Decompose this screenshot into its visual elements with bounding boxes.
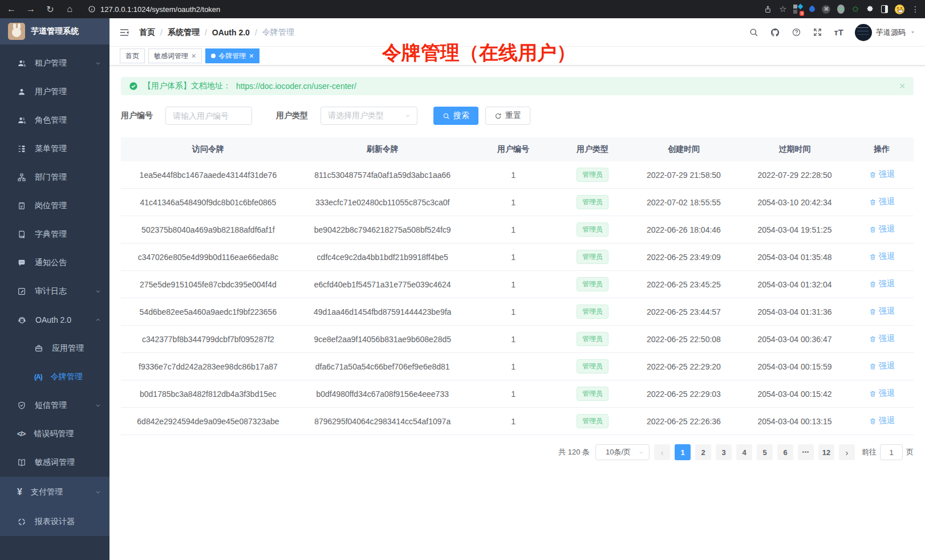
user-name: 芋道源码 (876, 27, 906, 38)
browser-forward-button[interactable]: → (25, 4, 36, 14)
sidebar-item-dept[interactable]: 部门管理 (0, 163, 109, 192)
page-button-1[interactable]: 1 (675, 444, 691, 460)
user-avatar (855, 24, 872, 41)
sidebar-item-label: 支付管理 (31, 487, 86, 497)
page-button-3[interactable]: 3 (716, 444, 732, 460)
user-id-input[interactable] (165, 107, 252, 125)
created-cell: 2022-07-29 21:58:50 (628, 171, 740, 180)
breadcrumb-home[interactable]: 首页 (139, 27, 155, 38)
force-logout-button[interactable]: 强退 (869, 279, 895, 289)
user-type-select[interactable]: 请选择用户类型 (320, 107, 417, 125)
sidebar-item-label: 角色管理 (35, 115, 102, 125)
goto-page-input[interactable] (880, 444, 903, 460)
hamburger-icon[interactable] (119, 27, 130, 38)
search-button[interactable]: 搜索 (433, 107, 478, 125)
table-row: b0d1785bc3a8482f812db4a3f3bd15ec b0df498… (121, 380, 914, 408)
page-button-12[interactable]: 12 (818, 444, 834, 460)
force-logout-button[interactable]: 强退 (869, 224, 895, 234)
share-icon[interactable] (764, 5, 772, 14)
sidebar-item-oauth-token[interactable]: (A) 令牌管理 (0, 363, 109, 391)
url-text: 127.0.0.1:1024/system/oauth2/token (100, 5, 220, 14)
sidebar-item-notice[interactable]: 通知公告 (0, 249, 109, 277)
more-pages-button[interactable]: ••• (798, 444, 814, 460)
created-cell: 2022-06-25 23:49:09 (628, 253, 740, 262)
force-logout-button[interactable]: 强退 (869, 306, 895, 316)
breadcrumb-oauth[interactable]: OAuth 2.0 (212, 28, 250, 37)
force-logout-button[interactable]: 强退 (869, 416, 895, 426)
sidebar-item-oauth-app[interactable]: 应用管理 (0, 334, 109, 363)
page-button-2[interactable]: 2 (695, 444, 711, 460)
extension-drop-icon[interactable] (808, 5, 816, 13)
browser-menu-icon[interactable]: ⋮ (911, 5, 919, 14)
sidebar-item-menu[interactable]: 菜单管理 (0, 135, 109, 163)
tag-home[interactable]: 首页 (120, 48, 145, 63)
force-logout-button[interactable]: 强退 (869, 388, 895, 399)
close-icon[interactable]: ✕ (249, 52, 254, 60)
browser-back-button[interactable]: ← (6, 4, 17, 14)
browser-reload-button[interactable]: ↻ (44, 4, 56, 15)
tag-token-active[interactable]: 令牌管理 ✕ (205, 48, 259, 63)
alert-close-icon[interactable]: ✕ (899, 82, 906, 91)
sidebar-item-pay[interactable]: ¥ 支付管理 (0, 477, 109, 508)
page-button-5[interactable]: 5 (757, 444, 773, 460)
search-icon[interactable] (749, 27, 758, 37)
extensions-puzzle-icon[interactable] (866, 5, 874, 14)
tag-sensitive-word[interactable]: 敏感词管理 ✕ (148, 48, 202, 63)
side-panel-icon[interactable] (881, 5, 888, 13)
user-type-badge: 管理员 (577, 277, 608, 291)
page-button-4[interactable]: 4 (736, 444, 752, 460)
fullscreen-icon[interactable] (813, 27, 822, 37)
browser-home-button[interactable]: ⌂ (64, 4, 75, 14)
search-button-label: 搜索 (453, 111, 469, 121)
sidebar-item-oauth[interactable]: OAuth 2.0 (0, 306, 109, 334)
chevron-down-icon (404, 112, 411, 119)
force-logout-button[interactable]: 强退 (869, 169, 895, 180)
sidebar-item-tenant[interactable]: 租户管理 (0, 49, 109, 78)
page-size-value: 10条/页 (601, 447, 636, 457)
next-page-button[interactable]: › (839, 444, 855, 460)
profile-avatar-icon[interactable] (895, 5, 904, 14)
created-cell: 2022-06-25 23:44:57 (628, 307, 740, 316)
info-icon[interactable] (88, 5, 96, 13)
sidebar-item-user[interactable]: 用户管理 (0, 78, 109, 106)
help-icon[interactable] (792, 27, 801, 37)
extension-oval-icon[interactable] (837, 5, 845, 14)
prev-page-button[interactable]: ‹ (654, 444, 670, 460)
extension-star-icon[interactable]: ✩ (851, 4, 859, 14)
force-logout-button[interactable]: 强退 (869, 251, 895, 262)
breadcrumb-system[interactable]: 系统管理 (168, 27, 200, 38)
user-id-cell: 1 (470, 171, 557, 180)
user-menu[interactable]: 芋道源码 (855, 24, 916, 41)
created-cell: 2022-06-25 22:50:08 (628, 335, 740, 344)
extension-circle-icon[interactable]: ⌘ (822, 5, 830, 14)
force-logout-button[interactable]: 强退 (869, 361, 895, 371)
page-size-select[interactable]: 10条/页 (595, 444, 650, 460)
bookmark-star-icon[interactable]: ☆ (779, 4, 786, 14)
address-bar[interactable]: 127.0.0.1:1024/system/oauth2/token (83, 5, 756, 14)
sidebar-item-role[interactable]: 角色管理 (0, 106, 109, 135)
sidebar-item-sms[interactable]: 短信管理 (0, 391, 109, 420)
column-user-id: 用户编号 (470, 144, 557, 155)
page-button-6[interactable]: 6 (777, 444, 793, 460)
sidebar-item-report-designer[interactable]: 报表设计器 (0, 508, 109, 536)
force-logout-button[interactable]: 强退 (869, 334, 895, 344)
alert-doc-link[interactable]: https://doc.iocoder.cn/user-center/ (236, 82, 356, 91)
font-size-icon[interactable]: тT (834, 27, 843, 37)
expires-cell: 2054-03-04 00:15:59 (739, 362, 850, 371)
sidebar-item-label: 租户管理 (35, 58, 86, 68)
sidebar-item-post[interactable]: 岗位管理 (0, 192, 109, 220)
close-icon[interactable]: ✕ (191, 52, 196, 60)
token-table: 访问令牌 刷新令牌 用户编号 用户类型 创建时间 过期时间 操作 1ea5e44… (121, 137, 914, 435)
extension-grid-icon[interactable]: 9 (793, 5, 802, 14)
sidebar-item-sensitive-word[interactable]: 敏感词管理 (0, 448, 109, 477)
trash-icon (869, 226, 877, 233)
reset-button[interactable]: 重置 (485, 107, 530, 125)
sidebar-item-dict[interactable]: 字典管理 (0, 220, 109, 249)
sidebar-item-audit-log[interactable]: 审计日志 (0, 277, 109, 306)
yen-icon: ¥ (17, 487, 22, 497)
github-icon[interactable] (770, 27, 780, 38)
user-type-badge: 管理员 (577, 305, 608, 319)
app-logo[interactable]: 芋道管理系统 (0, 18, 109, 44)
sidebar-item-errcode[interactable]: </> 错误码管理 (0, 420, 109, 448)
force-logout-button[interactable]: 强退 (869, 197, 895, 207)
